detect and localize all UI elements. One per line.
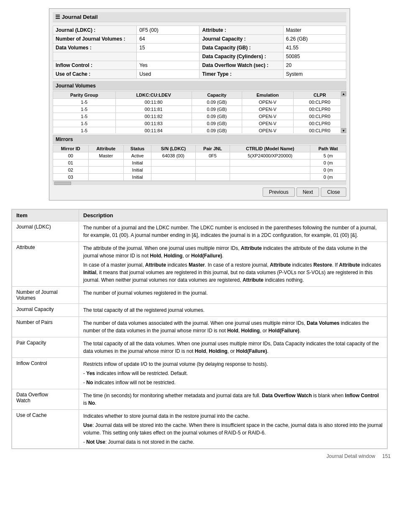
mir-cell — [230, 159, 310, 167]
vol-row: 1-500:11:800.09 (GB)OPEN-V00:CLPR0 — [53, 99, 346, 106]
vol-col-header: CLPR — [293, 92, 346, 99]
doc-item-label: Journal (LDKC) — [12, 221, 79, 242]
vol-cell: 00:CLPR0 — [293, 99, 346, 106]
info-label: Use of Cache : — [53, 70, 137, 79]
doc-item-desc: The time (in seconds) for monitoring whe… — [79, 389, 387, 410]
vol-cell: 00:CLPR0 — [293, 120, 346, 127]
doc-row: Pair CapacityThe total capacity of all t… — [12, 337, 387, 358]
journal-volumes-wrapper: Parity GroupLDKC:CU:LDEVCapacityEmulatio… — [53, 91, 346, 133]
vol-cell: 00:CLPR0 — [293, 127, 346, 134]
doc-paragraph: Use: Journal data will be stored into th… — [83, 421, 383, 437]
vol-cell: OPEN-V — [242, 113, 293, 120]
info-row: Data Capacity (Cylinders) : 50085 — [53, 52, 346, 61]
doc-paragraph: Indicates whether to store journal data … — [83, 412, 383, 420]
footer-page: 151 — [382, 453, 391, 459]
mirrors-table: Mirror IDAttributeStatusS/N (LDKC)Pair J… — [53, 145, 346, 181]
mir-cell: 0 (m — [310, 174, 346, 181]
info-label: Data Volumes : — [53, 44, 137, 52]
vol-row: 1-500:11:810.09 (GB)OPEN-V00:CLPR0 — [53, 106, 346, 113]
mir-cell — [151, 174, 195, 181]
doc-row: Use of CacheIndicates whether to store j… — [12, 410, 387, 449]
vol-cell: 1-5 — [53, 127, 116, 134]
vol-cell: 0.09 (GB) — [192, 106, 242, 113]
doc-item-desc: The number of journal volumes registered… — [79, 287, 387, 304]
doc-item-label: Number of JournalVolumes — [12, 287, 79, 304]
info-value2: 20 — [283, 61, 346, 70]
mir-cell — [151, 167, 195, 174]
mir-cell: 00 — [53, 152, 89, 159]
doc-row: Number of PairsThe number of data volume… — [12, 317, 387, 337]
doc-row: Journal (LDKC)The number of a journal an… — [12, 221, 387, 242]
doc-paragraph: The total capacity of all the registered… — [83, 306, 383, 314]
vol-row: 1-500:11:840.09 (GB)OPEN-V00:CLPR0 — [53, 127, 346, 134]
doc-row: Number of JournalVolumesThe number of jo… — [12, 287, 387, 304]
mir-cell: 0 (m — [310, 167, 346, 174]
doc-paragraph: The attribute of the journal. When one j… — [83, 244, 383, 260]
doc-item-label: Journal Capacity — [12, 304, 79, 317]
mir-cell: Initial — [124, 174, 151, 181]
info-value: Used — [137, 70, 200, 79]
doc-paragraph: - No indicates inflow will not be restri… — [83, 379, 383, 386]
doc-paragraph: The number of a journal and the LDKC num… — [83, 224, 383, 239]
journal-detail-dialog: Journal Detail Journal (LDKC) : 0F5 (00)… — [49, 8, 350, 200]
mir-col-header: Pair JNL — [195, 145, 230, 152]
journal-volumes-table: Parity GroupLDKC:CU:LDEVCapacityEmulatio… — [53, 91, 346, 133]
mir-cell: 03 — [53, 174, 89, 181]
mir-cell: 0 (m — [310, 159, 346, 167]
doc-table: Item Description Journal (LDKC)The numbe… — [12, 209, 387, 449]
mir-col-header: Status — [124, 145, 151, 152]
vol-cell: 1-5 — [53, 113, 116, 120]
doc-paragraph: In case of a master journal, Attribute i… — [83, 261, 383, 284]
info-value: 15 — [137, 44, 200, 52]
footer-text: Journal Detail window — [327, 453, 376, 459]
mir-cell: 01 — [53, 159, 89, 167]
dialog-next-button[interactable]: Next — [297, 188, 320, 197]
mir-cell: Active — [124, 152, 151, 159]
scrollbar-thumb[interactable] — [54, 182, 71, 185]
volumes-scrollbar[interactable]: ▲ ▼ — [340, 91, 346, 133]
scroll-up-btn[interactable]: ▲ — [341, 91, 346, 96]
info-value2: System — [283, 70, 346, 79]
dialog-previous-button[interactable]: Previous — [263, 188, 295, 197]
vol-row: 1-500:11:820.09 (GB)OPEN-V00:CLPR0 — [53, 113, 346, 120]
vol-col-header: Emulation — [242, 92, 293, 99]
mirrors-section-title: Mirrors — [53, 135, 346, 144]
mir-cell — [230, 174, 310, 181]
mir-cell — [88, 167, 124, 174]
mir-cell: 5(XP24000/XP20000) — [230, 152, 310, 159]
mir-col-header: Attribute — [88, 145, 124, 152]
doc-paragraph: Restricts inflow of update I/O to the jo… — [83, 360, 383, 368]
journal-volumes-section-title: Journal Volumes — [53, 81, 346, 90]
mir-row: 03Initial0 (m — [53, 174, 346, 181]
vol-cell: 00:11:81 — [115, 106, 192, 113]
info-label2: Timer Type : — [200, 70, 283, 79]
mir-row: 00MasterActive64038 (00)0F55(XP24000/XP2… — [53, 152, 346, 159]
info-row: Inflow Control : Yes Data Overflow Watch… — [53, 61, 346, 70]
info-label2: Data Capacity (GB) : — [200, 44, 283, 52]
info-value: Yes — [137, 61, 200, 70]
dialog-close-button[interactable]: Close — [321, 188, 346, 197]
doc-paragraph: The number of journal volumes registered… — [83, 289, 383, 297]
doc-item-desc: Restricts inflow of update I/O to the jo… — [79, 358, 387, 389]
vol-cell: 00:11:84 — [115, 127, 192, 134]
mirrors-horizontal-scrollbar[interactable] — [53, 181, 346, 185]
info-value2: Master — [283, 26, 346, 35]
vol-cell: 00:11:80 — [115, 99, 192, 106]
vol-cell: 1-5 — [53, 120, 116, 127]
doc-paragraph: - Yes indicates inflow will be restricte… — [83, 370, 383, 377]
vol-cell: 0.09 (GB) — [192, 120, 242, 127]
doc-table-container: Item Description Journal (LDKC)The numbe… — [11, 209, 388, 449]
mir-col-header: Mirror ID — [53, 145, 89, 152]
vol-cell: OPEN-V — [242, 127, 293, 134]
doc-paragraph: The total capacity of all the data volum… — [83, 340, 383, 355]
vol-cell: 0.09 (GB) — [192, 113, 242, 120]
mir-cell — [88, 174, 124, 181]
mir-cell — [230, 167, 310, 174]
vol-cell: OPEN-V — [242, 120, 293, 127]
doc-item-label: Use of Cache — [12, 410, 79, 449]
doc-item-desc: The total capacity of all the registered… — [79, 304, 387, 317]
info-row: Number of Journal Volumes : 64 Journal C… — [53, 35, 346, 44]
mir-cell: 64038 (00) — [151, 152, 195, 159]
scroll-down-btn[interactable]: ▼ — [341, 128, 346, 133]
info-value2: 50085 — [283, 52, 346, 61]
